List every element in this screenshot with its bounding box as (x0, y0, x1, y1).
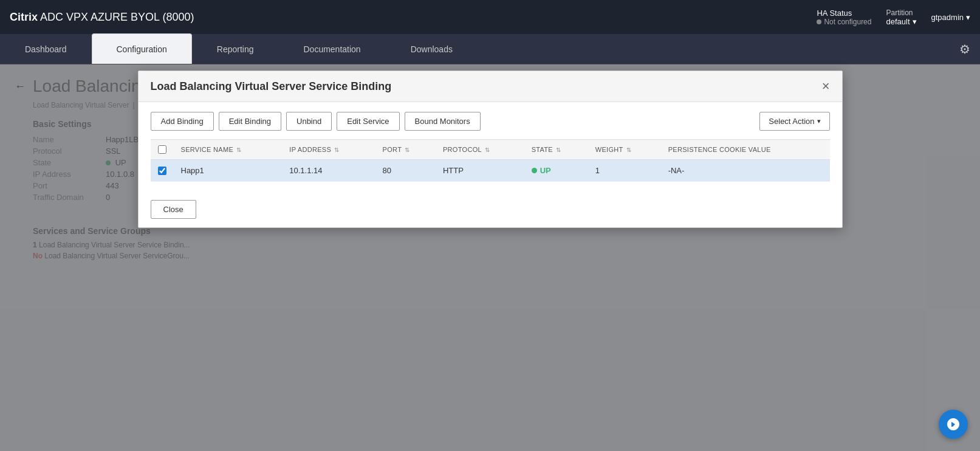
partition-value-text: default (886, 17, 910, 26)
col-service-name-label: SERVICE NAME (181, 146, 234, 153)
partition-info: Partition default ▾ (886, 9, 916, 26)
username: gtpadmin (931, 13, 964, 22)
col-state: STATE ⇅ (524, 140, 588, 160)
modal-title: Load Balancing Virtual Server Service Bi… (151, 80, 392, 93)
row-checkbox-cell (151, 160, 174, 182)
select-all-checkbox[interactable] (158, 145, 166, 154)
fab-icon (946, 417, 961, 432)
partition-label: Partition (886, 9, 916, 17)
row-service-name: Happ1 (174, 160, 283, 182)
sort-port-icon[interactable]: ⇅ (405, 146, 409, 153)
edit-binding-button[interactable]: Edit Binding (219, 112, 281, 131)
tab-documentation[interactable]: Documentation (278, 33, 385, 64)
state-up-indicator-icon (532, 168, 537, 173)
tab-documentation-label: Documentation (303, 44, 360, 54)
ha-status-title: HA Status (817, 9, 852, 18)
col-ip-address: IP ADDRESS ⇅ (282, 140, 375, 160)
user-chevron-icon: ▾ (966, 13, 970, 22)
tab-configuration-label: Configuration (117, 44, 167, 54)
row-state-value: UP (532, 166, 581, 175)
select-all-header (151, 140, 174, 160)
modal-footer: Close (139, 191, 842, 227)
sort-weight-icon[interactable]: ⇅ (626, 146, 631, 153)
row-weight: 1 (588, 160, 661, 182)
ha-dot-icon (817, 19, 821, 24)
partition-value: default ▾ (886, 17, 916, 26)
modal-close-button[interactable]: × (822, 80, 830, 93)
tab-reporting[interactable]: Reporting (192, 33, 279, 64)
topbar: Citrix ADC VPX AZURE BYOL (8000) HA Stat… (0, 0, 980, 34)
table-header-row: SERVICE NAME ⇅ IP ADDRESS ⇅ PORT ⇅ PRO (151, 140, 830, 160)
col-protocol-label: PROTOCOL (443, 146, 482, 153)
modal-body: Add Binding Edit Binding Unbind Edit Ser… (139, 102, 842, 191)
bound-monitors-button[interactable]: Bound Monitors (405, 112, 481, 131)
topbar-right: HA Status Not configured Partition defau… (817, 9, 970, 26)
select-action-button[interactable]: Select Action ▾ (759, 112, 829, 131)
partition-chevron-icon[interactable]: ▾ (913, 17, 917, 26)
tab-downloads-label: Downloads (411, 44, 453, 54)
table-header: SERVICE NAME ⇅ IP ADDRESS ⇅ PORT ⇅ PRO (151, 140, 830, 160)
row-port: 80 (375, 160, 436, 182)
sort-ip-address-icon[interactable]: ⇅ (334, 146, 339, 153)
tab-dashboard-label: Dashboard (25, 44, 67, 54)
tab-downloads[interactable]: Downloads (386, 33, 478, 64)
close-modal-button[interactable]: Close (151, 200, 196, 219)
col-state-label: STATE (532, 146, 553, 153)
brand-citrix: Citrix (10, 11, 38, 23)
sort-protocol-icon[interactable]: ⇅ (485, 146, 490, 153)
modal-overlay: Load Balancing Virtual Server Service Bi… (0, 64, 980, 451)
ha-status-value: Not configured (817, 18, 871, 26)
ha-status-text: Not configured (824, 18, 871, 26)
sort-state-icon[interactable]: ⇅ (556, 146, 561, 153)
navbar: Dashboard Configuration Reporting Docume… (0, 34, 980, 64)
brand: Citrix ADC VPX AZURE BYOL (8000) (10, 11, 194, 24)
ha-status: HA Status Not configured (817, 9, 871, 26)
tab-configuration[interactable]: Configuration (92, 33, 192, 64)
edit-service-button[interactable]: Edit Service (337, 112, 399, 131)
table-row[interactable]: Happ1 10.1.1.14 80 HTTP UP 1 -NA- (151, 160, 830, 182)
row-protocol: HTTP (436, 160, 524, 182)
col-port-label: PORT (383, 146, 402, 153)
tab-reporting-label: Reporting (217, 44, 254, 54)
row-checkbox[interactable] (158, 167, 166, 175)
table-body: Happ1 10.1.1.14 80 HTTP UP 1 -NA- (151, 160, 830, 182)
col-port: PORT ⇅ (375, 140, 436, 160)
col-persistence-cookie-label: PERSISTENCE COOKIE VALUE (668, 146, 771, 153)
modal-header: Load Balancing Virtual Server Service Bi… (139, 71, 842, 102)
row-persistence-cookie: -NA- (661, 160, 830, 182)
row-state: UP (524, 160, 588, 182)
col-ip-address-label: IP ADDRESS (289, 146, 331, 153)
select-action-label: Select Action (769, 117, 814, 126)
col-weight-label: WEIGHT (595, 146, 623, 153)
row-ip-address: 10.1.1.14 (282, 160, 375, 182)
sort-service-name-icon[interactable]: ⇅ (236, 146, 241, 153)
settings-icon[interactable]: ⚙ (959, 42, 970, 57)
col-protocol: PROTOCOL ⇅ (436, 140, 524, 160)
fab-button[interactable] (939, 410, 968, 439)
select-action-chevron-icon: ▾ (817, 117, 821, 125)
brand-rest: ADC VPX AZURE BYOL (8000) (38, 11, 194, 23)
col-service-name: SERVICE NAME ⇅ (174, 140, 283, 160)
state-up-text: UP (540, 166, 551, 175)
user-menu[interactable]: gtpadmin ▾ (931, 13, 970, 22)
col-weight: WEIGHT ⇅ (588, 140, 661, 160)
col-persistence-cookie: PERSISTENCE COOKIE VALUE (661, 140, 830, 160)
unbind-button[interactable]: Unbind (286, 112, 332, 131)
tab-dashboard[interactable]: Dashboard (0, 33, 92, 64)
modal-toolbar: Add Binding Edit Binding Unbind Edit Ser… (151, 112, 830, 131)
service-binding-table: SERVICE NAME ⇅ IP ADDRESS ⇅ PORT ⇅ PRO (151, 139, 830, 182)
modal-dialog: Load Balancing Virtual Server Service Bi… (138, 71, 843, 228)
add-binding-button[interactable]: Add Binding (151, 112, 214, 131)
